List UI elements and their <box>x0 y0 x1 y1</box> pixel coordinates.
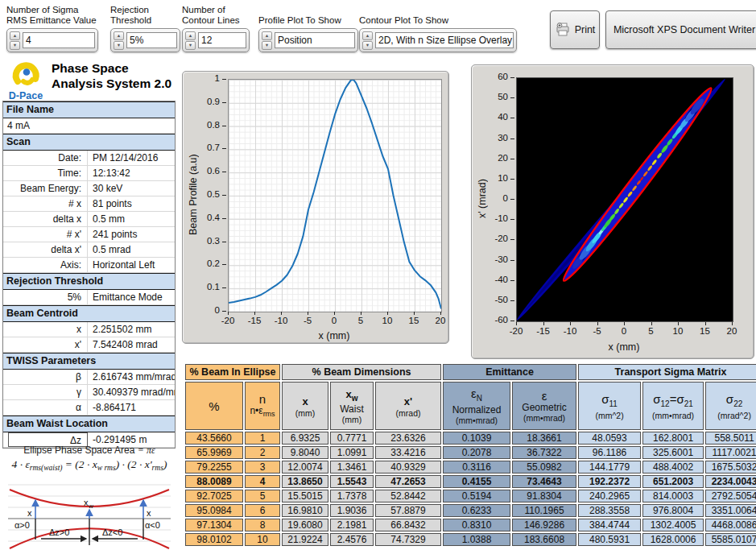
cell: 0.6233 <box>443 504 510 517</box>
rejection-threshold-value[interactable]: 5% <box>126 32 177 48</box>
cell: 240.2965 <box>578 490 641 502</box>
sigma-rms-emittance-label: Number of SigmaRMS Emittance Value <box>6 2 97 26</box>
sigma-rms-emittance-value[interactable]: 4 <box>23 32 95 48</box>
y-tick-mark <box>222 148 226 149</box>
cell: 36.7322 <box>512 446 576 459</box>
contour-plot-to-show-value[interactable]: 2D, With n Size Ellipse Overlay <box>375 32 514 48</box>
row-: γ30.409379 mrad/mm <box>3 385 175 400</box>
x-tick-mark <box>414 312 415 315</box>
x-tick-mark <box>254 312 255 315</box>
x-tick-mark <box>597 322 598 325</box>
diagram-x-right-label: x <box>147 508 151 518</box>
y-tick-mark <box>510 239 514 240</box>
cell: 488.4002 <box>642 461 704 473</box>
formula-area-eq: = πε <box>138 445 155 456</box>
formula-block: Ellipse Phase Space Area = πε 4 · εrms(w… <box>0 445 179 472</box>
y-tick-mark <box>222 195 226 196</box>
x-tick-mark <box>361 312 361 315</box>
contour-lines-value[interactable]: 12 <box>198 32 246 48</box>
x-tick-mark <box>308 312 308 315</box>
y-tick-mark <box>510 179 514 180</box>
beam-profile-curve <box>229 80 441 309</box>
cell: 15.5015 <box>282 490 328 502</box>
cell: 10 <box>245 533 280 546</box>
cell: 13.8650 <box>282 475 328 488</box>
print-button[interactable]: Print <box>550 10 600 49</box>
table-row-n-10: 98.01021021.92242.457674.73291.0388183.6… <box>185 533 756 546</box>
dpace-logo-icon <box>8 58 45 90</box>
diagram-alpha-pos-label: α>0 <box>14 520 30 530</box>
cell: 1.3461 <box>330 461 374 473</box>
x-tick-mark <box>281 312 282 315</box>
cell: 5 <box>245 490 280 502</box>
cell: 91.8304 <box>512 490 576 502</box>
beam-profile-curve-svg <box>229 80 441 312</box>
column-header-: % <box>185 382 243 430</box>
row-x: # x81 points <box>3 196 175 212</box>
table-row-n-8: 97.1304819.60802.198166.84320.8310146.92… <box>185 519 756 531</box>
diagram-alpha-neg-label: α<0 <box>145 520 160 530</box>
profile-plot-to-show-value[interactable]: Position <box>275 32 355 48</box>
y-tick-mark <box>222 242 226 242</box>
cell: 0.3116 <box>443 461 510 473</box>
sigma-rms-emittance-increment-button[interactable]: ▲ <box>10 31 20 40</box>
cell: 1 <box>245 432 280 445</box>
sigma-rms-emittance-decrement-button[interactable]: ▼ <box>10 41 20 50</box>
cell: 0.8310 <box>443 519 510 531</box>
contour-x-axis-label: x (mm) <box>516 341 732 353</box>
contour-plot-to-show-decrement-button[interactable]: ▼ <box>362 41 373 50</box>
contour-lines-decrement-button[interactable]: ▼ <box>185 41 196 50</box>
profile-plot-to-show-increment-button[interactable]: ▲ <box>262 31 272 40</box>
contour-lines-control: ▲▼12 <box>182 28 250 52</box>
column-header-n: εNNormalized(mm•mrad) <box>443 382 510 430</box>
x-tick-label: -20 <box>503 326 529 336</box>
diagram-dz-pos-label: Δz>0 <box>49 527 69 537</box>
y-tick-mark <box>222 311 226 312</box>
column-header-: εGeometric(mm•mrad) <box>512 382 576 430</box>
contour-plot-to-show-label: Contour Plot To Show <box>359 2 448 26</box>
cell: 110.1965 <box>512 504 576 517</box>
rejection-threshold-decrement-button[interactable]: ▼ <box>114 41 124 50</box>
row-x: x'7.542408 mrad <box>3 337 175 353</box>
profile-plot-to-show-decrement-button[interactable]: ▼ <box>262 41 272 50</box>
cell: 23.6326 <box>375 432 441 445</box>
section-header-twiss-parameters: TWISS Parameters <box>3 353 175 370</box>
group-header-beam-dimensions: % Beam Dimensions <box>282 364 441 380</box>
row-beam-energy: Beam Energy:30 keV <box>3 181 175 196</box>
x-tick-label: -15 <box>531 326 556 336</box>
section-header-rejection-threshold: Rejection Threshold <box>3 273 175 290</box>
y-tick-mark <box>222 172 226 172</box>
contour-y-axis-label: x' (mrad) <box>477 77 488 320</box>
x-tick-label: -10 <box>268 316 294 325</box>
contour-lines-increment-button[interactable]: ▲ <box>185 31 196 40</box>
cell: 55.0982 <box>512 461 576 473</box>
y-tick-mark <box>510 118 514 118</box>
rejection-threshold-increment-button[interactable]: ▲ <box>114 31 124 40</box>
cell: 0.2078 <box>443 446 510 459</box>
cell: 65.9969 <box>185 446 243 459</box>
printer-icon <box>555 23 571 37</box>
row-: α-8.864171 <box>3 400 175 416</box>
cell: 2.1981 <box>330 519 374 531</box>
group-header-transport-sigma-matrix: Transport Sigma Matrix <box>578 364 756 380</box>
contour-plot-to-show-increment-button[interactable]: ▲ <box>362 31 373 40</box>
x-tick-mark <box>516 322 517 325</box>
phase-space-contour-svg <box>517 78 733 321</box>
cell: 1117.0021 <box>705 446 756 459</box>
x-tick-label: 5 <box>638 326 664 336</box>
cell: 6 <box>245 504 280 517</box>
rejection-threshold-control: ▲▼5% <box>110 28 180 52</box>
printer-select[interactable]: Microsoft XPS Document Writer ▼ <box>605 10 756 49</box>
cell: 98.0102 <box>185 533 243 546</box>
cell: 5585.0107 <box>705 533 756 546</box>
cell: 192.2372 <box>578 475 641 488</box>
row-delta-x: delta x0.5 mm <box>3 212 175 227</box>
profile-plot-to-show-control: ▲▼Position <box>258 28 358 52</box>
cell: 2234.0043 <box>705 475 756 488</box>
printer-name: Microsoft XPS Document Writer <box>613 24 755 35</box>
app-title-line1: Phase Space <box>52 60 171 76</box>
scan-info-panel: File Name4 mAScanDate:PM 12/14/2016Time:… <box>2 101 176 449</box>
table-row-n-5: 92.7025515.50151.737852.84420.519491.830… <box>185 490 756 502</box>
results-table: % Beam In Ellipse% Beam DimensionsEmitta… <box>184 362 756 548</box>
section-header-file-name: File Name <box>3 101 175 118</box>
